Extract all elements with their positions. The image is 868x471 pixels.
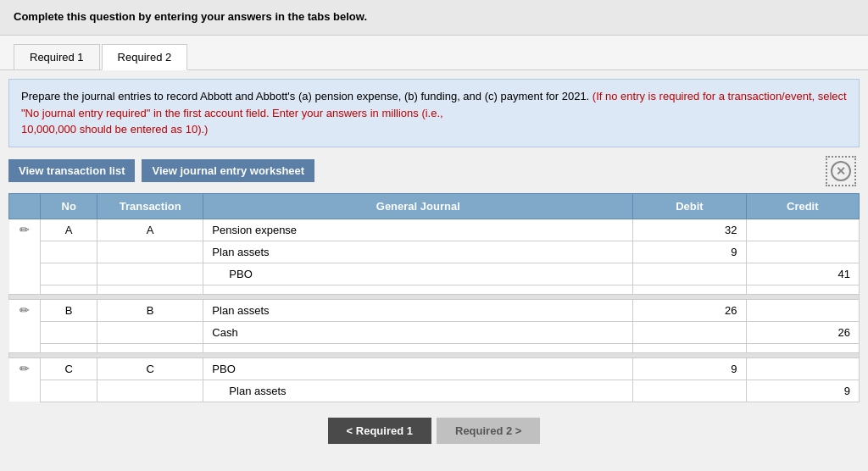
credit-cell <box>746 299 859 321</box>
description-cell: PBO <box>203 263 633 285</box>
credit-cell: 41 <box>746 263 859 285</box>
edit-icon-cell <box>9 285 41 294</box>
general-journal-col-header: General Journal <box>203 193 633 219</box>
no-cell <box>41 321 97 343</box>
instructions-red3: 10,000,000 should be entered as 10).) <box>21 123 208 136</box>
view-transaction-btn[interactable]: View transaction list <box>8 159 135 182</box>
edit-icon-cell <box>9 241 41 263</box>
table-row: Plan assets9 <box>9 380 860 402</box>
edit-icon-cell <box>9 380 41 402</box>
table-header-row: No Transaction General Journal Debit Cre… <box>9 193 860 219</box>
table-row <box>9 343 860 352</box>
credit-cell <box>746 357 859 380</box>
journal-table: No Transaction General Journal Debit Cre… <box>8 193 860 402</box>
instructions-main: Prepare the journal entries to record Ab… <box>21 90 589 103</box>
transaction-cell <box>97 343 203 352</box>
credit-cell <box>746 219 859 241</box>
debit-cell <box>633 321 746 343</box>
close-icon-container: ✕ <box>826 156 856 186</box>
table-row: ✏BBPlan assets26 <box>9 299 860 321</box>
transaction-cell: A <box>97 219 203 241</box>
description-cell <box>203 285 633 294</box>
transaction-cell <box>97 241 203 263</box>
no-cell <box>41 343 97 352</box>
credit-cell: 9 <box>746 380 859 402</box>
transaction-cell <box>97 285 203 294</box>
next-required-btn[interactable]: Required 2 > <box>437 418 540 444</box>
debit-cell: 9 <box>633 357 746 380</box>
transaction-cell: B <box>97 299 203 321</box>
no-cell <box>41 285 97 294</box>
transaction-col-header: Transaction <box>97 193 203 219</box>
edit-col-header <box>9 193 41 219</box>
prev-required-btn[interactable]: < Required 1 <box>328 418 431 444</box>
toolbar: View transaction list View journal entry… <box>0 147 868 193</box>
transaction-cell: C <box>97 357 203 380</box>
table-row: PBO41 <box>9 263 860 285</box>
no-cell: A <box>41 219 97 241</box>
instructions-box: Prepare the journal entries to record Ab… <box>8 79 860 147</box>
banner-text: Complete this question by entering your … <box>14 10 367 23</box>
credit-cell: 26 <box>746 321 859 343</box>
credit-cell <box>746 285 859 294</box>
description-cell: PBO <box>203 357 633 380</box>
credit-col-header: Credit <box>746 193 859 219</box>
description-cell: Pension expense <box>203 219 633 241</box>
instructions-red2: Enter your answers in millions (i.e., <box>270 107 443 119</box>
table-row: ✏CCPBO9 <box>9 357 860 380</box>
transaction-cell <box>97 263 203 285</box>
bottom-nav: < Required 1 Required 2 > <box>0 402 868 452</box>
transaction-cell <box>97 380 203 402</box>
edit-icon[interactable]: ✏ <box>19 303 30 317</box>
debit-cell <box>633 380 746 402</box>
view-journal-btn[interactable]: View journal entry worksheet <box>142 159 314 182</box>
debit-cell <box>633 343 746 352</box>
tabs-bar: Required 1 Required 2 <box>0 36 868 70</box>
description-cell: Cash <box>203 321 633 343</box>
no-cell <box>41 241 97 263</box>
debit-cell <box>633 263 746 285</box>
no-cell <box>41 263 97 285</box>
description-cell: Plan assets <box>203 241 633 263</box>
edit-icon-cell <box>9 263 41 285</box>
table-row <box>9 285 860 294</box>
debit-cell <box>633 285 746 294</box>
credit-cell <box>746 343 859 352</box>
table-row: ✏AAPension expense32 <box>9 219 860 241</box>
credit-cell <box>746 241 859 263</box>
table-row: Plan assets9 <box>9 241 860 263</box>
edit-icon-cell: ✏ <box>9 299 41 321</box>
no-cell: B <box>41 299 97 321</box>
edit-icon-cell <box>9 321 41 343</box>
debit-col-header: Debit <box>633 193 746 219</box>
debit-cell: 9 <box>633 241 746 263</box>
edit-icon-cell: ✏ <box>9 219 41 241</box>
no-col-header: No <box>41 193 97 219</box>
debit-cell: 26 <box>633 299 746 321</box>
description-cell: Plan assets <box>203 380 633 402</box>
no-cell <box>41 380 97 402</box>
top-banner: Complete this question by entering your … <box>0 0 868 36</box>
edit-icon-cell <box>9 343 41 352</box>
tab-required1[interactable]: Required 1 <box>14 44 100 69</box>
edit-icon[interactable]: ✏ <box>19 223 30 236</box>
description-cell: Plan assets <box>203 299 633 321</box>
edit-icon-cell: ✏ <box>9 357 41 380</box>
no-cell: C <box>41 357 97 380</box>
table-row: Cash26 <box>9 321 860 343</box>
tab-required2[interactable]: Required 2 <box>102 44 188 70</box>
transaction-cell <box>97 321 203 343</box>
description-cell <box>203 343 633 352</box>
close-icon[interactable]: ✕ <box>831 161 851 181</box>
debit-cell: 32 <box>633 219 746 241</box>
edit-icon[interactable]: ✏ <box>19 362 30 375</box>
